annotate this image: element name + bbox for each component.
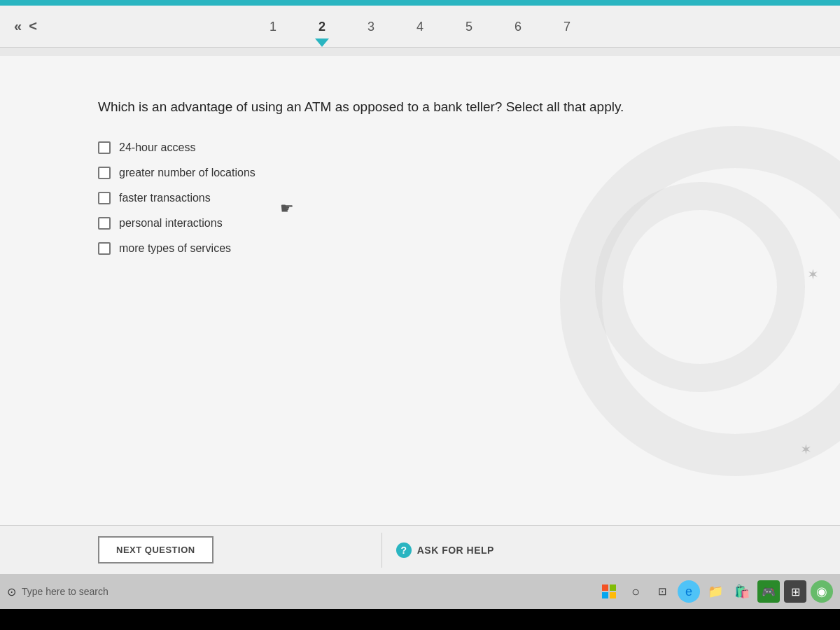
action-bar: NEXT QUESTION ? ASK FOR HELP (0, 525, 840, 574)
green-app-icon[interactable]: ◉ (811, 580, 833, 603)
page-num-2[interactable]: 2 (318, 20, 326, 34)
deco-asterisk-1: ✶ (807, 266, 819, 283)
help-icon: ? (396, 542, 412, 558)
choice-item-1[interactable]: 24-hour access (98, 141, 742, 154)
nav-header: « < 1 2 3 4 5 6 7 (0, 6, 840, 48)
choice-item-5[interactable]: more types of services (98, 242, 742, 255)
page-number-nav: 1 2 3 4 5 6 7 (0, 20, 840, 34)
checkbox-1[interactable] (98, 141, 111, 154)
choice-item-2[interactable]: greater number of locations (98, 167, 742, 179)
game-icon[interactable]: 🎮 (757, 580, 780, 603)
file-explorer-icon[interactable]: 📁 (704, 580, 727, 603)
page-num-7[interactable]: 7 (564, 20, 570, 34)
search-icon: ⊙ (7, 585, 16, 598)
choice-label-3: faster transactions (119, 192, 211, 204)
win-logo-yellow (610, 592, 616, 598)
choice-label-1: 24-hour access (119, 141, 195, 154)
choice-label-5: more types of services (119, 242, 231, 255)
main-content: ✶ ✶ Which is an advantage of using an AT… (0, 56, 840, 525)
win-logo-blue (602, 592, 608, 598)
vertical-divider (382, 533, 382, 568)
ask-for-help-text: ASK FOR HELP (417, 545, 494, 556)
choice-label-2: greater number of locations (119, 167, 255, 179)
black-bottom-bar (0, 609, 840, 630)
checkbox-5[interactable] (98, 242, 111, 255)
windows-store-icon[interactable]: 🛍️ (731, 580, 753, 603)
windows-logo-icon (602, 584, 616, 598)
windows-button[interactable] (598, 580, 620, 603)
question-text: Which is an advantage of using an ATM as… (98, 98, 742, 117)
deco-asterisk-2: ✶ (800, 441, 812, 458)
task-view-icon[interactable]: ⊡ (651, 580, 673, 603)
page-num-6[interactable]: 6 (514, 20, 522, 34)
taskbar-icons: ○ ⊡ e 📁 🛍️ 🎮 ⊞ ◉ (598, 580, 833, 603)
taskbar-search-text: Type here to search (22, 586, 108, 597)
choice-item-4[interactable]: personal interactions (98, 217, 742, 230)
win-logo-green (610, 584, 616, 591)
checkbox-4[interactable] (98, 217, 111, 230)
page-num-5[interactable]: 5 (465, 20, 472, 34)
checkbox-2[interactable] (98, 167, 111, 179)
next-question-button[interactable]: NEXT QUESTION (98, 536, 214, 564)
quiz-screen: « < 1 2 3 4 5 6 7 ✶ ✶ Which is an advant… (0, 0, 840, 574)
page-num-4[interactable]: 4 (416, 20, 424, 34)
top-accent-bar (0, 0, 840, 6)
taskbar-search-button[interactable]: ○ (624, 580, 647, 603)
calculator-icon[interactable]: ⊞ (784, 580, 806, 603)
taskbar: ⊙ Type here to search ○ ⊡ e 📁 🛍️ 🎮 ⊞ ◉ (0, 574, 840, 609)
choice-label-4: personal interactions (119, 217, 223, 230)
edge-browser-icon[interactable]: e (678, 580, 700, 603)
choices-list: 24-hour access greater number of locatio… (98, 141, 742, 255)
win-logo-red (602, 584, 608, 591)
checkbox-3[interactable] (98, 192, 111, 204)
choice-item-3[interactable]: faster transactions (98, 192, 742, 204)
taskbar-search[interactable]: ⊙ Type here to search (7, 585, 108, 598)
page-num-3[interactable]: 3 (368, 20, 374, 34)
ask-for-help-button[interactable]: ? ASK FOR HELP (396, 542, 494, 558)
page-num-1[interactable]: 1 (270, 20, 276, 34)
